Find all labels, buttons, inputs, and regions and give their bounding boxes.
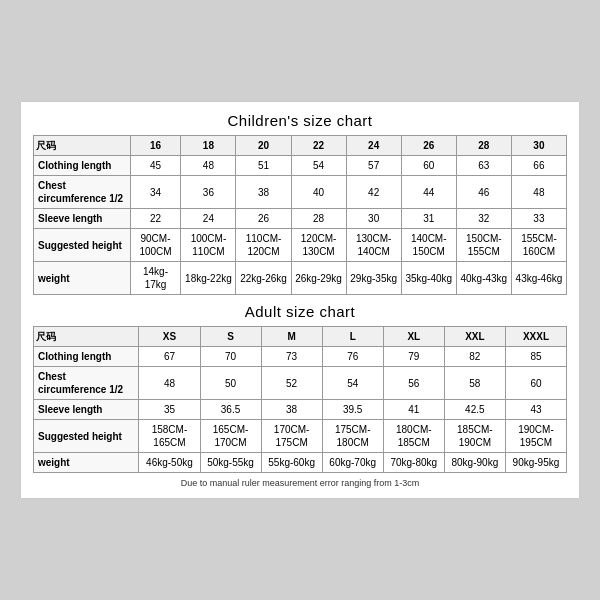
row-label-1: Chest circumference 1/2 (34, 176, 131, 209)
cell-3-5: 140CM-150CM (401, 229, 456, 262)
table-row: Sleeve length3536.53839.54142.543 (34, 400, 567, 420)
col-header-5: 24 (346, 136, 401, 156)
col-header-2: S (200, 327, 261, 347)
cell-0-4: 79 (383, 347, 444, 367)
cell-4-3: 26kg-29kg (291, 262, 346, 295)
cell-3-1: 165CM-170CM (200, 420, 261, 453)
cell-0-6: 85 (505, 347, 566, 367)
cell-1-2: 52 (261, 367, 322, 400)
table-row: weight14kg-17kg18kg-22kg22kg-26kg26kg-29… (34, 262, 567, 295)
cell-1-6: 60 (505, 367, 566, 400)
cell-3-0: 90CM-100CM (130, 229, 181, 262)
cell-0-7: 66 (511, 156, 566, 176)
cell-4-0: 14kg-17kg (130, 262, 181, 295)
cell-1-2: 38 (236, 176, 291, 209)
cell-1-4: 56 (383, 367, 444, 400)
footer-note: Due to manual ruler measurement error ra… (33, 478, 567, 488)
table-row: Chest circumference 1/23436384042444648 (34, 176, 567, 209)
col-header-6: 26 (401, 136, 456, 156)
cell-1-0: 48 (139, 367, 200, 400)
cell-4-1: 50kg-55kg (200, 453, 261, 473)
row-label-0: Clothing length (34, 347, 139, 367)
col-header-8: 30 (511, 136, 566, 156)
cell-3-4: 130CM-140CM (346, 229, 401, 262)
cell-2-3: 28 (291, 209, 346, 229)
cell-4-5: 80kg-90kg (444, 453, 505, 473)
cell-2-1: 24 (181, 209, 236, 229)
cell-1-6: 46 (456, 176, 511, 209)
col-header-0: 尺码 (34, 327, 139, 347)
row-label-4: weight (34, 453, 139, 473)
cell-0-4: 57 (346, 156, 401, 176)
cell-4-5: 35kg-40kg (401, 262, 456, 295)
cell-1-3: 54 (322, 367, 383, 400)
cell-2-7: 33 (511, 209, 566, 229)
cell-2-5: 42.5 (444, 400, 505, 420)
cell-0-1: 48 (181, 156, 236, 176)
cell-2-6: 32 (456, 209, 511, 229)
cell-3-1: 100CM-110CM (181, 229, 236, 262)
cell-3-6: 190CM-195CM (505, 420, 566, 453)
cell-0-3: 76 (322, 347, 383, 367)
table-row: weight46kg-50kg50kg-55kg55kg-60kg60kg-70… (34, 453, 567, 473)
children-chart-title: Children's size chart (33, 112, 567, 129)
cell-2-3: 39.5 (322, 400, 383, 420)
table-row: Clothing length67707376798285 (34, 347, 567, 367)
cell-2-2: 38 (261, 400, 322, 420)
cell-2-1: 36.5 (200, 400, 261, 420)
cell-3-3: 175CM-180CM (322, 420, 383, 453)
table-row: Sleeve length2224262830313233 (34, 209, 567, 229)
cell-2-5: 31 (401, 209, 456, 229)
row-label-2: Sleeve length (34, 400, 139, 420)
cell-3-6: 150CM-155CM (456, 229, 511, 262)
cell-2-0: 35 (139, 400, 200, 420)
cell-1-0: 34 (130, 176, 181, 209)
children-header-row: 尺码1618202224262830 (34, 136, 567, 156)
cell-3-7: 155CM-160CM (511, 229, 566, 262)
cell-0-2: 73 (261, 347, 322, 367)
col-header-7: XXXL (505, 327, 566, 347)
cell-4-0: 46kg-50kg (139, 453, 200, 473)
col-header-2: 18 (181, 136, 236, 156)
cell-4-2: 55kg-60kg (261, 453, 322, 473)
adult-chart-title: Adult size chart (33, 303, 567, 320)
table-row: Suggested height90CM-100CM100CM-110CM110… (34, 229, 567, 262)
row-label-1: Chest circumference 1/2 (34, 367, 139, 400)
cell-2-0: 22 (130, 209, 181, 229)
adult-table: 尺码XSSMLXLXXLXXXL Clothing length67707376… (33, 326, 567, 473)
cell-1-5: 58 (444, 367, 505, 400)
cell-4-6: 40kg-43kg (456, 262, 511, 295)
row-label-0: Clothing length (34, 156, 131, 176)
col-header-3: 20 (236, 136, 291, 156)
col-header-4: 22 (291, 136, 346, 156)
cell-2-4: 30 (346, 209, 401, 229)
cell-4-3: 60kg-70kg (322, 453, 383, 473)
row-label-2: Sleeve length (34, 209, 131, 229)
cell-4-4: 70kg-80kg (383, 453, 444, 473)
children-table: 尺码1618202224262830 Clothing length454851… (33, 135, 567, 295)
col-header-4: L (322, 327, 383, 347)
cell-4-1: 18kg-22kg (181, 262, 236, 295)
table-row: Suggested height158CM-165CM165CM-170CM17… (34, 420, 567, 453)
cell-3-3: 120CM-130CM (291, 229, 346, 262)
col-header-7: 28 (456, 136, 511, 156)
col-header-5: XL (383, 327, 444, 347)
row-label-3: Suggested height (34, 229, 131, 262)
cell-3-4: 180CM-185CM (383, 420, 444, 453)
cell-0-6: 63 (456, 156, 511, 176)
cell-3-2: 110CM-120CM (236, 229, 291, 262)
cell-4-2: 22kg-26kg (236, 262, 291, 295)
adult-header-row: 尺码XSSMLXLXXLXXXL (34, 327, 567, 347)
cell-2-2: 26 (236, 209, 291, 229)
cell-2-4: 41 (383, 400, 444, 420)
cell-0-2: 51 (236, 156, 291, 176)
col-header-1: XS (139, 327, 200, 347)
col-header-0: 尺码 (34, 136, 131, 156)
cell-1-7: 48 (511, 176, 566, 209)
col-header-6: XXL (444, 327, 505, 347)
cell-1-4: 42 (346, 176, 401, 209)
cell-3-0: 158CM-165CM (139, 420, 200, 453)
cell-1-3: 40 (291, 176, 346, 209)
size-chart-container: Children's size chart 尺码1618202224262830… (20, 101, 580, 499)
cell-0-0: 67 (139, 347, 200, 367)
